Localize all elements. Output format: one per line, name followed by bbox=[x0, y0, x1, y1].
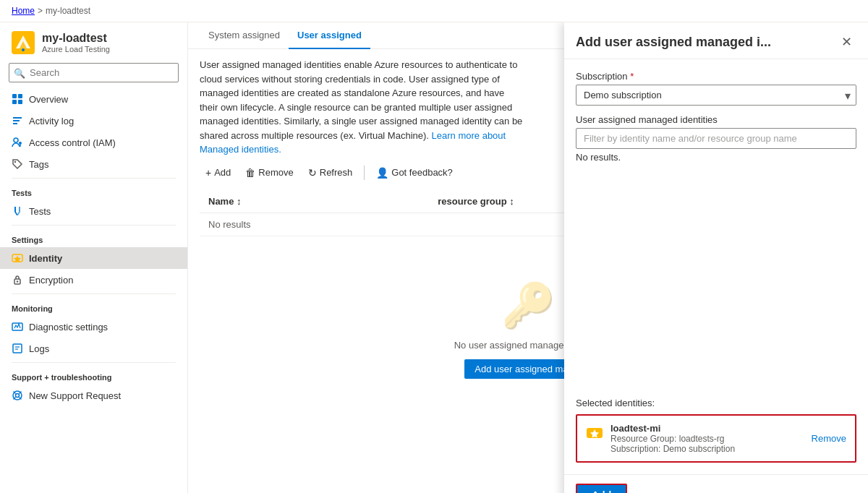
svg-rect-7 bbox=[18, 100, 22, 104]
refresh-button[interactable]: ↻ Refresh bbox=[302, 164, 359, 181]
svg-rect-6 bbox=[12, 100, 17, 104]
tests-icon bbox=[12, 205, 23, 217]
subscription-label: Subscription * bbox=[576, 71, 856, 82]
info-text: User assigned managed identities enable … bbox=[200, 58, 525, 157]
logs-icon bbox=[12, 343, 23, 354]
tests-label: Tests bbox=[29, 206, 51, 217]
identity-remove-button[interactable]: Remove bbox=[812, 433, 846, 444]
diagnostic-label: Diagnostic settings bbox=[29, 322, 108, 333]
breadcrumb-current: my-loadtest bbox=[46, 6, 90, 16]
overview-label: Overview bbox=[29, 94, 68, 105]
remove-button[interactable]: 🗑 Remove bbox=[239, 164, 299, 181]
col-name[interactable]: Name ↕ bbox=[200, 190, 429, 213]
sidebar-header: my-loadtest Azure Load Testing bbox=[0, 22, 187, 60]
identity-subscription: Subscription: Demo subscription bbox=[610, 444, 804, 454]
section-label-settings: Settings bbox=[0, 228, 187, 247]
access-control-label: Access control (IAM) bbox=[29, 137, 116, 148]
panel-footer: Add bbox=[564, 474, 868, 493]
panel-spacer bbox=[576, 174, 856, 389]
identity-filter-input[interactable] bbox=[576, 128, 856, 149]
divider-monitoring bbox=[12, 293, 176, 294]
sidebar-search-container: 🔍 bbox=[9, 63, 179, 82]
identity-card-icon bbox=[586, 424, 603, 445]
svg-point-18 bbox=[17, 280, 18, 282]
svg-point-24 bbox=[16, 394, 20, 398]
sidebar-title-block: my-loadtest Azure Load Testing bbox=[42, 32, 110, 53]
feedback-label: Got feedback? bbox=[391, 167, 453, 178]
logs-label: Logs bbox=[29, 343, 49, 354]
selected-identity-card: loadtest-mi Resource Group: loadtests-rg… bbox=[576, 414, 856, 463]
support-icon bbox=[12, 390, 23, 401]
svg-rect-20 bbox=[13, 344, 22, 353]
section-label-support: Support + troubleshooting bbox=[0, 366, 187, 385]
feedback-button[interactable]: 👤 Got feedback? bbox=[370, 164, 459, 181]
tab-user-assigned[interactable]: User assigned bbox=[289, 22, 370, 49]
identity-filter-field: User assigned managed identities No resu… bbox=[576, 114, 856, 166]
sidebar-item-logs[interactable]: Logs bbox=[0, 338, 187, 359]
search-icon: 🔍 bbox=[14, 67, 25, 78]
selected-identities-section: Selected identities: loadtest-mi Resourc… bbox=[576, 398, 856, 463]
sidebar-item-new-support[interactable]: New Support Request bbox=[0, 385, 187, 406]
sidebar-item-tests[interactable]: Tests bbox=[0, 200, 187, 222]
required-asterisk: * bbox=[630, 71, 634, 82]
side-panel: Add user assigned managed i... ✕ Subscri… bbox=[564, 22, 868, 493]
content-area: System assigned User assigned User assig… bbox=[188, 22, 868, 493]
encryption-label: Encryption bbox=[29, 275, 73, 286]
breadcrumb-separator: > bbox=[38, 6, 43, 16]
encryption-icon bbox=[12, 274, 23, 286]
section-label-monitoring: Monitoring bbox=[0, 297, 187, 316]
svg-point-14 bbox=[14, 161, 16, 163]
access-control-icon bbox=[12, 137, 23, 148]
tab-system-assigned[interactable]: System assigned bbox=[200, 22, 289, 49]
breadcrumb: Home > my-loadtest bbox=[0, 0, 868, 22]
toolbar-separator bbox=[364, 166, 365, 180]
azure-loadtest-icon bbox=[12, 31, 35, 54]
sidebar-item-encryption[interactable]: Encryption bbox=[0, 269, 187, 291]
divider-support bbox=[12, 362, 176, 363]
sidebar-resource-name: my-loadtest bbox=[42, 32, 110, 45]
empty-state-icon: 🔑 bbox=[501, 280, 556, 331]
sidebar-item-diagnostic[interactable]: Diagnostic settings bbox=[0, 316, 187, 338]
svg-rect-10 bbox=[13, 123, 17, 124]
identity-label: Identity bbox=[29, 253, 62, 264]
remove-icon: 🗑 bbox=[245, 167, 255, 179]
subscription-field: Subscription * Demo subscription ▾ bbox=[576, 71, 856, 106]
add-icon: + bbox=[205, 167, 211, 179]
identity-filter-label: User assigned managed identities bbox=[576, 114, 856, 125]
svg-rect-8 bbox=[13, 117, 22, 119]
sidebar-item-activity-log[interactable]: Activity log bbox=[0, 110, 187, 132]
diagnostic-icon bbox=[12, 321, 23, 333]
activity-log-icon bbox=[12, 115, 23, 127]
svg-point-12 bbox=[19, 142, 22, 145]
sidebar-item-access-control[interactable]: Access control (IAM) bbox=[0, 132, 187, 153]
new-support-label: New Support Request bbox=[29, 390, 121, 401]
identity-name: loadtest-mi bbox=[610, 423, 804, 434]
search-input[interactable] bbox=[9, 63, 179, 82]
identity-icon bbox=[12, 252, 23, 264]
filter-no-results: No results. bbox=[576, 149, 856, 166]
svg-rect-9 bbox=[13, 120, 20, 121]
panel-header: Add user assigned managed i... ✕ bbox=[564, 22, 868, 59]
divider-tests bbox=[12, 178, 176, 179]
breadcrumb-home[interactable]: Home bbox=[12, 6, 35, 16]
sidebar-item-identity[interactable]: Identity bbox=[0, 247, 187, 269]
tags-icon bbox=[12, 158, 23, 170]
section-label-tests: Tests bbox=[0, 181, 187, 200]
panel-add-button[interactable]: Add bbox=[576, 484, 627, 493]
sidebar-item-overview[interactable]: Overview bbox=[0, 88, 187, 110]
learn-more-link[interactable]: Learn more about Managed identities. bbox=[200, 130, 506, 155]
svg-rect-4 bbox=[12, 94, 17, 98]
add-label: Add bbox=[214, 167, 231, 178]
subscription-select[interactable]: Demo subscription bbox=[576, 85, 856, 106]
panel-close-button[interactable]: ✕ bbox=[837, 33, 856, 51]
sidebar-item-tags[interactable]: Tags bbox=[0, 153, 187, 175]
sidebar-resource-type: Azure Load Testing bbox=[42, 45, 110, 53]
refresh-icon: ↻ bbox=[308, 167, 317, 179]
feedback-icon: 👤 bbox=[376, 167, 388, 179]
add-button[interactable]: + Add bbox=[200, 164, 237, 181]
identity-resource-group: Resource Group: loadtests-rg bbox=[610, 434, 804, 444]
subscription-select-wrapper: Demo subscription ▾ bbox=[576, 85, 856, 106]
selected-identities-label: Selected identities: bbox=[576, 398, 856, 408]
panel-body: Subscription * Demo subscription ▾ User … bbox=[564, 59, 868, 474]
tags-label: Tags bbox=[29, 159, 48, 170]
